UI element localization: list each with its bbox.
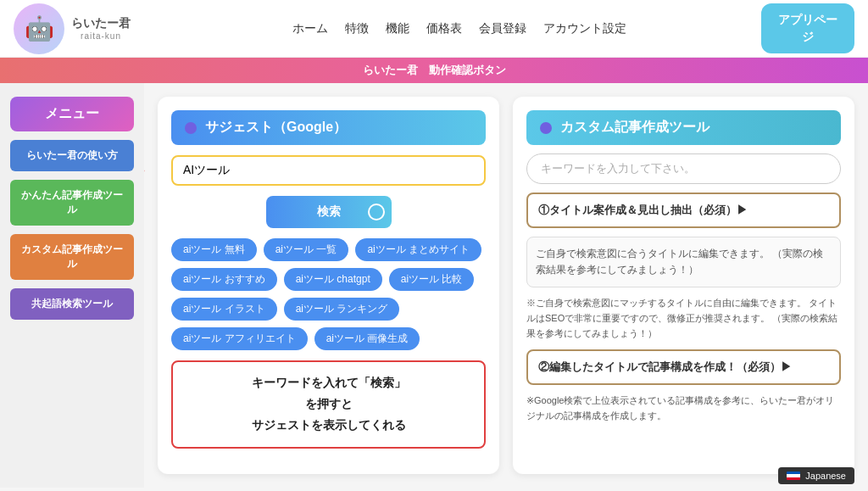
menu-title: メニュー [10,97,134,131]
nav-register[interactable]: 会員登録 [479,21,526,36]
suggest-tag[interactable]: aiツール chatgpt [284,268,382,291]
suggest-tag[interactable]: aiツール おすすめ [171,268,277,291]
logo-text: らいたー君 raita-kun [71,16,131,41]
footer-language: Japanese [778,467,854,484]
nav-functions[interactable]: 機能 [386,21,409,36]
right-title-dot-icon [540,122,552,134]
header: 🤖 らいたー君 raita-kun ホーム 特徴 機能 価格表 会員登録 アカウ… [0,0,868,58]
left-panel: サジェスト（Google） ➜ 検索 aiツール 無料aiツール 一覧aiツール… [158,97,499,474]
suggest-tag[interactable]: aiツール 一覧 [264,238,349,261]
keyword-input-display[interactable]: キーワードを入力して下さい。 [526,153,841,184]
step1-note: ※ご自身で検索意図にマッチするタイトルに自由に編集できます。 タイトルはSEOで… [526,296,841,341]
suggest-tag[interactable]: aiツール 画像生成 [314,327,420,350]
suggest-tag[interactable]: aiツール イラスト [171,298,277,321]
search-circle-icon [368,204,385,220]
sidebar-item-simple-article[interactable]: かんたん記事作成ツール [10,180,134,226]
sidebar-item-custom-article[interactable]: カスタム記事作成ツール [10,234,134,280]
content-area: サジェスト（Google） ➜ 検索 aiツール 無料aiツール 一覧aiツール… [144,83,868,488]
logo-main: らいたー君 [71,16,131,31]
suggest-tag[interactable]: aiツール 無料 [171,238,257,261]
announce-bar: らいたー君 動作確認ボタン [0,58,868,83]
suggest-tag[interactable]: aiツール まとめサイト [355,238,481,261]
left-panel-title: サジェスト（Google） [171,110,486,145]
suggest-tag[interactable]: aiツール 比較 [389,268,475,291]
info-box: キーワードを入れて「検索」 を押すと サジェストを表示してくれる [171,360,486,449]
suggest-search-input[interactable] [171,155,486,186]
sidebar-item-howto[interactable]: らいたー君の使い方 [10,140,134,171]
step2-note: ※Google検索で上位表示されている記事構成を参考に、らいたー君がオリジナルの… [526,393,841,423]
app-page-button[interactable]: アプリペー ジ [761,3,854,53]
nav-settings[interactable]: アカウント設定 [543,21,626,36]
right-panel-title: カスタム記事作成ツール [526,110,841,145]
logo-sub: raita-kun [71,31,131,41]
search-button[interactable]: 検索 [266,196,392,228]
logo-area: 🤖 らいたー君 raita-kun [14,3,158,54]
nav-pricing[interactable]: 価格表 [426,21,462,36]
main-layout: メニュー らいたー君の使い方 かんたん記事作成ツール カスタム記事作成ツール 共… [0,83,868,488]
flag-icon [787,471,800,480]
nav-features[interactable]: 特徴 [345,21,369,36]
step1-button[interactable]: ①タイトル案作成＆見出し抽出（必須）▶ [526,192,841,228]
step2-button[interactable]: ②編集したタイトルで記事構成を作成！（必須）▶ [526,349,841,385]
suggest-tag[interactable]: aiツール ランキング [284,298,400,321]
suggest-tags: aiツール 無料aiツール 一覧aiツール まとめサイトaiツール おすすめai… [171,238,486,350]
logo-icon: 🤖 [14,3,64,54]
nav-links: ホーム 特徴 機能 価格表 会員登録 アカウント設定 [158,21,761,36]
title-dot-icon [185,122,197,134]
step1-textarea: ご自身で検索意図に合うタイトルに編集できます。 （実際の検索結果を参考にしてみま… [526,237,841,287]
arrow-indicator-icon: ➜ [144,159,146,182]
nav-home[interactable]: ホーム [292,21,328,36]
sidebar-item-cooccurrence[interactable]: 共起語検索ツール [10,288,134,320]
sidebar: メニュー らいたー君の使い方 かんたん記事作成ツール カスタム記事作成ツール 共… [0,83,144,488]
search-row: ➜ [171,155,486,186]
right-panel: カスタム記事作成ツール キーワードを入力して下さい。 ①タイトル案作成＆見出し抽… [513,97,854,474]
suggest-tag[interactable]: aiツール アフィリエイト [171,327,308,350]
search-btn-row: 検索 [171,196,486,228]
